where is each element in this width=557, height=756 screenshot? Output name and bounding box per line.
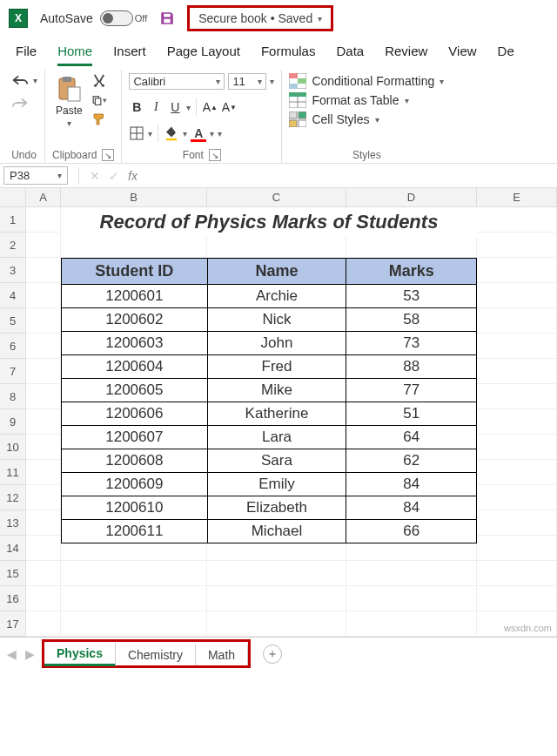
table-row[interactable]: 1200611Michael66: [62, 520, 477, 543]
row-header-2[interactable]: 2: [0, 233, 26, 258]
formula-input[interactable]: [146, 174, 554, 178]
group-label-font: Font: [183, 149, 204, 161]
sheet-next-icon[interactable]: ▶: [25, 647, 35, 661]
worksheet-grid[interactable]: 1 2 3 4 5 6 7 8 9 10 11 12 13 14 15 16 1…: [0, 207, 557, 637]
row-header-7[interactable]: 7: [0, 359, 26, 384]
table-row[interactable]: 1200606Katherine51: [62, 402, 477, 426]
row-header-1[interactable]: 1: [0, 207, 26, 233]
font-color-button[interactable]: A: [191, 125, 206, 141]
chevron-down-icon[interactable]: ▾: [218, 129, 222, 138]
name-box[interactable]: P38▾: [3, 166, 68, 185]
underline-button[interactable]: U: [167, 99, 183, 115]
tab-page-layout[interactable]: Page Layout: [167, 44, 240, 66]
row-header-10[interactable]: 10: [0, 435, 26, 460]
table-row[interactable]: 1200605Mike77: [62, 379, 477, 402]
table-row[interactable]: 1200607Lara64: [62, 426, 477, 449]
sheet-title: Record of Physics Marks of Students: [61, 207, 477, 237]
fx-icon[interactable]: fx: [128, 169, 138, 183]
cell-styles-button[interactable]: Cell Styles▾: [289, 111, 444, 127]
col-header-e[interactable]: E: [477, 188, 557, 207]
table-row[interactable]: 1200609Emily84: [62, 473, 477, 496]
borders-button[interactable]: [129, 125, 144, 141]
toggle-switch-icon[interactable]: [100, 10, 133, 26]
bold-button[interactable]: B: [129, 99, 144, 115]
chevron-down-icon[interactable]: ▾: [210, 129, 214, 138]
font-name-select[interactable]: Calibri▾: [129, 73, 225, 90]
chevron-down-icon[interactable]: ▾: [33, 76, 37, 85]
row-header-12[interactable]: 12: [0, 485, 26, 510]
row-header-15[interactable]: 15: [0, 561, 26, 586]
chevron-down-icon[interactable]: ▾: [270, 77, 274, 86]
cut-icon[interactable]: [91, 73, 107, 89]
sheet-tab-chemistry[interactable]: Chemistry: [116, 645, 196, 665]
tab-home[interactable]: Home: [57, 44, 92, 66]
italic-button[interactable]: I: [148, 99, 164, 115]
sheet-prev-icon[interactable]: ◀: [7, 647, 17, 661]
paste-button[interactable]: Paste ▾: [52, 73, 86, 130]
chevron-down-icon: ▾: [440, 77, 444, 86]
tab-review[interactable]: Review: [385, 44, 427, 66]
col-header-c[interactable]: C: [207, 188, 346, 207]
row-header-4[interactable]: 4: [0, 283, 26, 308]
col-header-d[interactable]: D: [346, 188, 477, 207]
select-all-corner[interactable]: [0, 188, 26, 207]
format-painter-icon[interactable]: [91, 111, 107, 127]
svg-rect-1: [63, 77, 71, 82]
sheet-tabs: Physics Chemistry Math: [42, 639, 251, 668]
dialog-launcher-icon[interactable]: ↘: [102, 149, 114, 161]
row-header-14[interactable]: 14: [0, 536, 26, 561]
col-header-b[interactable]: B: [61, 188, 207, 207]
conditional-formatting-button[interactable]: Conditional Formatting▾: [289, 73, 444, 89]
row-header-8[interactable]: 8: [0, 384, 26, 409]
font-size-select[interactable]: 11▾: [228, 73, 266, 90]
table-row[interactable]: 1200603John73: [62, 332, 477, 355]
autosave-toggle[interactable]: AutoSave Off: [40, 10, 147, 26]
fill-color-button[interactable]: [164, 125, 179, 141]
table-row[interactable]: 1200602Nick58: [62, 308, 477, 332]
table-row[interactable]: 1200610Elizabeth84: [62, 496, 477, 520]
table-row[interactable]: 1200608Sara62: [62, 449, 477, 473]
chevron-down-icon[interactable]: ▾: [103, 96, 107, 105]
svg-rect-8: [166, 138, 177, 140]
row-header-5[interactable]: 5: [0, 308, 26, 334]
cancel-formula-icon: ✕: [90, 169, 100, 183]
chevron-down-icon[interactable]: ▾: [148, 129, 152, 138]
sheet-tab-math[interactable]: Math: [196, 645, 248, 665]
col-student-id: Student ID: [62, 259, 208, 285]
dialog-launcher-icon[interactable]: ↘: [209, 149, 221, 161]
group-label-clipboard: Clipboard: [52, 149, 97, 161]
table-row[interactable]: 1200604Fred88: [62, 355, 477, 379]
decrease-font-icon[interactable]: A▼: [221, 99, 237, 115]
chevron-down-icon: ▾: [318, 14, 322, 24]
chevron-down-icon[interactable]: ▾: [183, 129, 187, 138]
tab-formulas[interactable]: Formulas: [261, 44, 316, 66]
row-header-17[interactable]: 17: [0, 611, 26, 637]
ribbon-group-undo: ▾ Undo: [3, 70, 45, 163]
tab-file[interactable]: File: [16, 44, 37, 66]
col-header-a[interactable]: A: [26, 188, 61, 207]
tab-data[interactable]: Data: [336, 44, 364, 66]
row-header-13[interactable]: 13: [0, 510, 26, 536]
svg-rect-20: [299, 120, 306, 127]
row-header-6[interactable]: 6: [0, 334, 26, 359]
new-sheet-button[interactable]: ＋: [263, 645, 282, 664]
table-row[interactable]: 1200601Archie53: [62, 285, 477, 308]
undo-button[interactable]: ▾: [10, 73, 37, 87]
sheet-tab-physics[interactable]: Physics: [44, 643, 116, 666]
copy-icon[interactable]: ▾: [91, 92, 107, 108]
autosave-state: Off: [135, 13, 147, 24]
row-header-16[interactable]: 16: [0, 586, 26, 611]
redo-button[interactable]: [10, 96, 30, 110]
save-icon[interactable]: [159, 10, 175, 26]
tab-view[interactable]: View: [448, 44, 476, 66]
row-header-3[interactable]: 3: [0, 258, 26, 283]
row-header-9[interactable]: 9: [0, 409, 26, 435]
format-as-table-button[interactable]: Format as Table▾: [289, 92, 444, 108]
row-header-11[interactable]: 11: [0, 460, 26, 485]
tab-insert[interactable]: Insert: [113, 44, 146, 66]
svg-rect-10: [289, 73, 298, 78]
tab-more[interactable]: De: [498, 44, 514, 66]
document-title-button[interactable]: Secure book • Saved ▾: [187, 5, 333, 31]
increase-font-icon[interactable]: A▲: [202, 99, 218, 115]
chevron-down-icon[interactable]: ▾: [186, 103, 191, 112]
